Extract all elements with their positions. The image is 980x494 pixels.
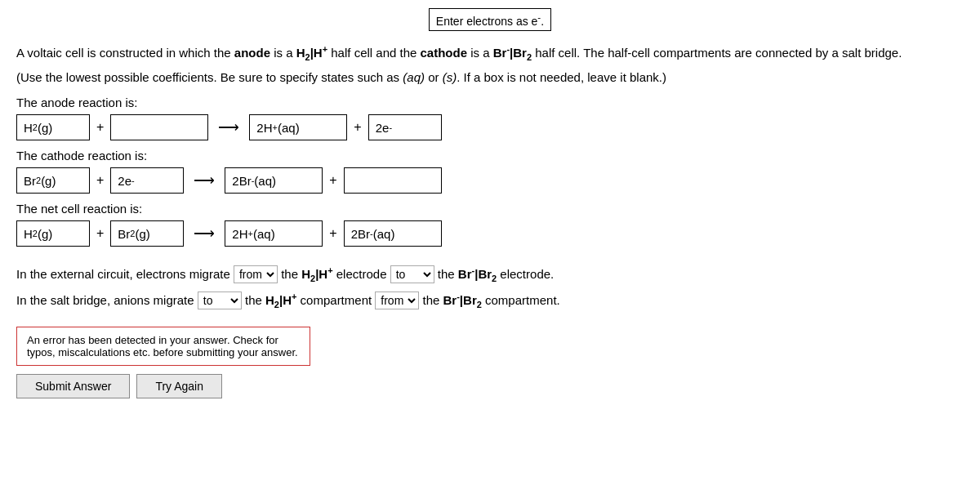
error-box: An error has been detected in your answe…: [16, 327, 310, 366]
anode-reactant1: H2(g): [16, 114, 90, 140]
hint-text: Enter electrons as e-.: [436, 15, 544, 28]
external-dropdown1[interactable]: from to: [234, 265, 278, 283]
anode-bold: anode: [234, 46, 270, 60]
external-dropdown4[interactable]: from to: [375, 292, 419, 309]
intro-line1: A voltaic cell is constructed in which t…: [16, 42, 964, 65]
net-plus1: +: [95, 226, 105, 241]
ext-line1-end: the Br-|Br2 electrode.: [438, 267, 554, 281]
ext-line2-end: the Br-|Br2 compartment.: [422, 293, 559, 307]
ext-line2-mid: the H2|H+ compartment: [245, 293, 375, 307]
net-product1: 2H+(aq): [225, 220, 323, 247]
anode-cell-bold: H2|H+: [296, 46, 327, 60]
hint-container: Enter electrons as e-.: [16, 8, 964, 31]
cathode-cell-bold: Br-|Br2: [493, 46, 532, 60]
cathode-product2-input[interactable]: [344, 167, 442, 194]
hint-superscript: -: [537, 11, 541, 22]
external-line2: In the salt bridge, anions migrate to fr…: [16, 287, 964, 314]
net-reaction-row: H2(g) + Br2(g) ⟶ 2H+(aq) + 2Br-(aq): [16, 220, 964, 247]
ext-line1-start: In the external circuit, electrons migra…: [16, 267, 234, 281]
external-dropdown3[interactable]: to from: [198, 292, 242, 309]
net-section: The net cell reaction is: H2(g) + Br2(g)…: [16, 202, 964, 247]
try-again-button[interactable]: Try Again: [136, 374, 222, 398]
external-line1: In the external circuit, electrons migra…: [16, 261, 964, 287]
cathode-reactant1: Br2(g): [16, 167, 90, 194]
cathode-section: The cathode reaction is: Br2(g) + 2e- ⟶ …: [16, 149, 964, 194]
external-dropdown2[interactable]: to from: [390, 265, 434, 283]
anode-product2: 2e-: [368, 114, 442, 140]
intro-line2: (Use the lowest possible coefficients. B…: [16, 68, 964, 87]
cathode-plus1: +: [95, 173, 105, 188]
net-reactant1: H2(g): [16, 220, 90, 247]
net-plus2: +: [327, 226, 338, 241]
anode-plus2: +: [352, 120, 363, 135]
anode-section: The anode reaction is: H2(g) + ⟶ 2H+(aq)…: [16, 96, 964, 140]
anode-plus1: +: [95, 120, 105, 135]
error-text: An error has been detected in your answe…: [27, 334, 298, 358]
cathode-arrow: ⟶: [194, 171, 215, 189]
anode-label: The anode reaction is:: [16, 96, 964, 109]
cathode-label: The cathode reaction is:: [16, 149, 964, 162]
cathode-plus2: +: [327, 173, 338, 188]
net-reactant2: Br2(g): [110, 220, 184, 247]
cathode-reaction-row: Br2(g) + 2e- ⟶ 2Br-(aq) +: [16, 167, 964, 194]
cathode-product1: 2Br-(aq): [225, 167, 323, 194]
anode-reactant2-input[interactable]: [110, 114, 208, 140]
submit-button[interactable]: Submit Answer: [16, 374, 130, 398]
hint-box: Enter electrons as e-.: [429, 8, 551, 31]
cathode-reactant2: 2e-: [110, 167, 184, 194]
bottom-buttons: Submit Answer Try Again: [16, 374, 964, 398]
cathode-bold: cathode: [421, 46, 468, 60]
anode-arrow: ⟶: [218, 118, 239, 136]
external-section: In the external circuit, electrons migra…: [16, 261, 964, 314]
anode-reaction-row: H2(g) + ⟶ 2H+(aq) + 2e-: [16, 114, 964, 140]
net-product2: 2Br-(aq): [344, 220, 442, 247]
net-label: The net cell reaction is:: [16, 202, 964, 216]
net-arrow: ⟶: [194, 225, 215, 243]
ext-line1-mid: the H2|H+ electrode: [281, 267, 390, 281]
ext-line2-start: In the salt bridge, anions migrate: [16, 293, 198, 307]
anode-product1: 2H+(aq): [249, 114, 347, 140]
